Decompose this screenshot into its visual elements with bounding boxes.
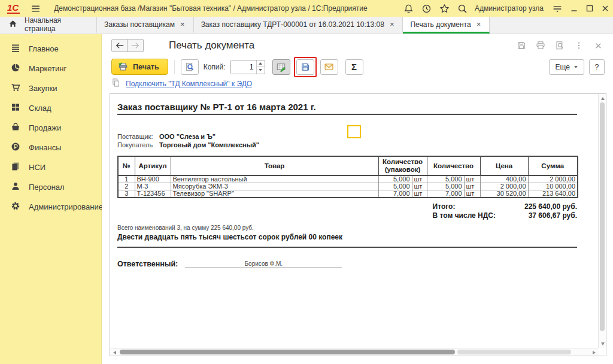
vat-label: В том числе НДС:	[433, 211, 496, 220]
preview-outline-icon[interactable]	[552, 38, 568, 53]
sidebar-item-marketing[interactable]: Маркетинг	[0, 59, 101, 78]
horizontal-scroll-thumb[interactable]	[120, 350, 455, 354]
help-button[interactable]: ?	[589, 59, 605, 75]
main-menu-icon[interactable]	[31, 4, 41, 14]
topbar-actions: Администратор узла	[399, 1, 613, 16]
sections-icon	[11, 43, 20, 55]
minimize-button[interactable]	[566, 1, 582, 16]
pie-chart-icon	[11, 63, 20, 75]
spin-up-icon[interactable]	[257, 60, 265, 68]
sidebar-item-label: Администрирование	[29, 202, 103, 211]
copies-input[interactable]	[231, 60, 256, 74]
vertical-scrollbar[interactable]	[598, 94, 606, 348]
sidebar-item-purchases[interactable]: Закупки	[0, 78, 101, 98]
sidebar-item-label: Продажи	[29, 123, 61, 132]
close-window-button[interactable]	[597, 1, 613, 16]
close-form-icon[interactable]	[590, 38, 606, 53]
print-outline-icon[interactable]	[533, 38, 548, 53]
basket-icon	[11, 122, 20, 134]
notifications-bell-icon[interactable]	[399, 1, 417, 16]
scroll-left-icon[interactable]	[111, 348, 118, 356]
page-title: Печать документа	[169, 40, 254, 51]
sidebar-item-warehouse[interactable]: Склад	[0, 98, 101, 118]
spreadsheet-viewer: Заказ поставщику № РТ-1 от 16 марта 2021…	[110, 93, 606, 356]
favorites-star-icon[interactable]	[435, 1, 453, 16]
service-menu-icon[interactable]	[548, 1, 566, 16]
top-bar: 1С Демонстрационная база /Магазин "Бытов…	[0, 0, 613, 17]
edit-table-button[interactable]	[272, 59, 290, 75]
supplier-value: ООО "Слеза и Ъ"	[159, 132, 216, 141]
buyer-value: Торговый дом "Комплексный"	[159, 141, 259, 149]
main-panel: Печать документа	[102, 34, 613, 364]
save-outline-icon[interactable]	[514, 38, 529, 53]
spin-down-icon[interactable]	[257, 67, 265, 74]
back-button[interactable]	[111, 39, 128, 52]
window-title: Демонстрационная база /Магазин "Бытовая …	[54, 4, 368, 13]
tab-home[interactable]: Начальная страница	[0, 17, 97, 34]
horizontal-scrollbar[interactable]	[110, 348, 598, 356]
more-dots-icon[interactable]	[571, 38, 587, 53]
sidebar-item-nsi[interactable]: НСИ	[0, 157, 101, 177]
edo-row: Подключить "ТД Комплексный" к ЭДО	[102, 77, 613, 91]
preview-button[interactable]	[181, 59, 199, 75]
col-header-qty: Количество	[427, 156, 480, 175]
scroll-right-icon[interactable]	[590, 348, 597, 356]
sidebar-item-finance[interactable]: Финансы	[0, 138, 101, 157]
sidebar-item-sales[interactable]: Продажи	[0, 118, 101, 138]
sum-sigma-button[interactable]: Σ	[345, 59, 363, 75]
history-icon[interactable]	[417, 1, 435, 16]
col-header-price: Цена	[480, 156, 528, 175]
col-header-num: №	[118, 156, 135, 175]
tab-print-document[interactable]: Печать документа ×	[403, 17, 490, 34]
forward-button[interactable]	[128, 39, 144, 52]
print-toolbar: Печать Копий:	[102, 57, 613, 77]
col-header-sku: Артикул	[135, 156, 171, 175]
tab-supplier-order-document[interactable]: Заказ поставщику ТДРТ-000001 от 16.03.20…	[194, 17, 403, 34]
goods-table: № Артикул Товар Количество (упаковок) Ко…	[117, 156, 578, 198]
sidebar-item-administration[interactable]: Администрирование	[0, 197, 101, 217]
footer-rule	[117, 247, 577, 248]
more-button[interactable]: Еще	[549, 59, 584, 75]
tab-close-icon[interactable]: ×	[389, 20, 396, 29]
edo-connect-link[interactable]: Подключить "ТД Комплексный" к ЭДО	[126, 80, 252, 88]
vat-value: 37 606,67 руб.	[500, 211, 577, 220]
send-email-button[interactable]	[320, 59, 338, 75]
sidebar-item-main[interactable]: Главное	[0, 39, 101, 59]
total-value: 225 640,00 руб.	[500, 202, 577, 211]
form-header: Печать документа	[102, 34, 613, 57]
vertical-scroll-thumb[interactable]	[600, 102, 605, 331]
sidebar-item-personnel[interactable]: Персонал	[0, 177, 101, 197]
tab-label: Начальная страница	[25, 16, 89, 33]
title-rule	[117, 114, 577, 115]
ruble-coin-icon	[11, 142, 20, 154]
form-header-icons	[514, 38, 606, 53]
copies-stepper[interactable]	[230, 60, 265, 74]
save-document-button[interactable]	[296, 59, 314, 75]
tab-supplier-orders[interactable]: Заказы поставщикам ×	[97, 17, 194, 34]
tab-close-icon[interactable]: ×	[179, 20, 186, 29]
current-user[interactable]: Администратор узла	[475, 4, 544, 13]
horizontal-scroll-track[interactable]	[457, 350, 571, 354]
sidebar-item-label: Склад	[29, 104, 51, 113]
chevron-down-icon	[574, 66, 578, 68]
home-icon	[8, 19, 17, 30]
search-icon[interactable]	[453, 1, 471, 16]
responsible-label: Ответственный:	[117, 260, 178, 268]
sidebar-item-label: Маркетинг	[29, 64, 66, 73]
edo-connect-icon	[111, 78, 120, 90]
supplier-label: Поставщик:	[117, 132, 159, 141]
scroll-down-icon[interactable]	[599, 340, 606, 347]
maximize-button[interactable]	[582, 1, 597, 16]
tab-label: Заказы поставщикам	[104, 20, 175, 29]
sidebar-item-label: Закупки	[29, 84, 57, 93]
tab-close-icon[interactable]: ×	[475, 20, 482, 29]
more-button-label: Еще	[556, 63, 570, 71]
scroll-up-icon[interactable]	[599, 95, 606, 102]
col-header-qty-pack: Количество (упаковок)	[378, 156, 427, 175]
responsible-row: Ответственный: Борисов Ф.М.	[117, 260, 598, 268]
selected-cell-indicator	[347, 125, 361, 138]
1c-logo: 1С	[7, 3, 20, 14]
col-header-product: Товар	[171, 156, 378, 175]
totals-block: Итого: 225 640,00 руб. В том числе НДС: …	[117, 202, 577, 220]
print-button[interactable]: Печать	[111, 59, 168, 75]
